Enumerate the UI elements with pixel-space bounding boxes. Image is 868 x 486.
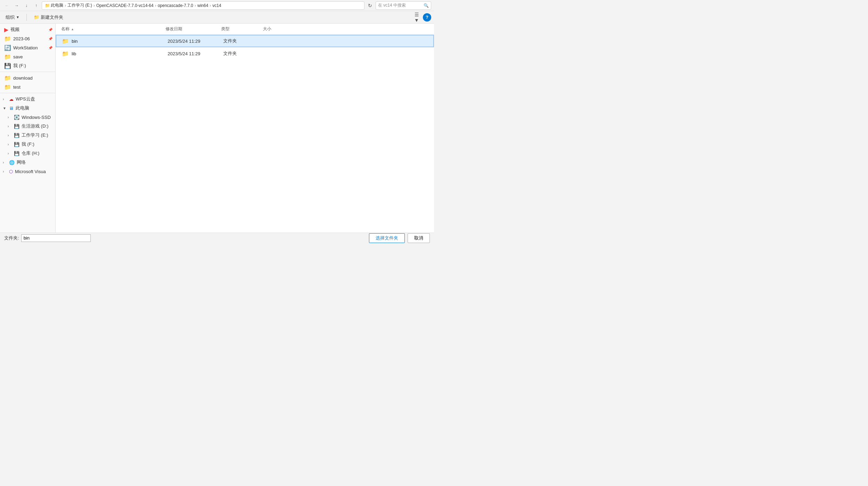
refresh-button[interactable]: ↻ bbox=[366, 1, 374, 10]
sidebar-label-thispc: 此电脑 bbox=[16, 105, 29, 111]
sidebar-label-work-e: 工作学习 (E:) bbox=[22, 132, 48, 138]
expand-arrow-network: › bbox=[3, 161, 7, 164]
expand-arrow-storage: › bbox=[8, 152, 12, 155]
game-drive-icon: 💾 bbox=[14, 124, 19, 129]
sidebar-item-windows-ssd[interactable]: › 💽 Windows-SSD bbox=[0, 113, 55, 122]
msvisual-icon: ⬡ bbox=[9, 169, 13, 174]
search-bar[interactable]: 在 vc14 中搜索 🔍 bbox=[376, 1, 431, 10]
video-icon: ▶ bbox=[4, 26, 8, 33]
folder-icon-bin: 📁 bbox=[62, 38, 69, 44]
sort-arrow-name: ▲ bbox=[71, 27, 74, 31]
table-row[interactable]: 📁 bin 2023/5/24 11:29 文件夹 bbox=[56, 35, 434, 47]
breadcrumb-item-1[interactable]: 工作学习 (E:) bbox=[67, 2, 92, 8]
expand-arrow-game: › bbox=[8, 124, 12, 128]
breadcrumb-item-5[interactable]: vc14 bbox=[212, 3, 221, 8]
sidebar-item-msvisual[interactable]: › ⬡ Microsoft Visua bbox=[0, 167, 55, 176]
folder-input[interactable] bbox=[21, 234, 91, 242]
sidebar-label-test: test bbox=[13, 84, 21, 90]
sidebar-item-2023-06[interactable]: 📁 2023-06 📌 bbox=[0, 34, 55, 43]
workstation-icon: 🔄 bbox=[4, 44, 11, 51]
sidebar-label-video: 视频 bbox=[10, 26, 19, 33]
sidebar-label-workstation: WorkStation bbox=[13, 45, 38, 50]
sidebar-label-me-drive: 我 (F:) bbox=[22, 141, 34, 147]
column-size[interactable]: 大小 bbox=[263, 26, 291, 32]
sidebar-label-wps: WPS云盘 bbox=[16, 96, 35, 102]
sidebar-item-work-e[interactable]: › 💾 工作学习 (E:) bbox=[0, 131, 55, 140]
sidebar-label-download: download bbox=[13, 75, 33, 81]
breadcrumb-item-4[interactable]: win64 bbox=[198, 3, 208, 8]
sidebar-item-game-d[interactable]: › 💾 生活游戏 (D:) bbox=[0, 122, 55, 131]
expand-arrow-windows: › bbox=[8, 115, 12, 119]
table-row[interactable]: 📁 lib 2023/5/24 11:29 文件夹 bbox=[56, 47, 434, 60]
sidebar-label-msvisual: Microsoft Visua bbox=[15, 169, 46, 174]
organize-button[interactable]: 组织 ▼ bbox=[3, 13, 22, 22]
breadcrumb-item-0[interactable]: 此电脑 bbox=[51, 2, 63, 8]
new-folder-label: 新建文件夹 bbox=[41, 14, 63, 21]
view-toggle-button[interactable]: ☰ ▼ bbox=[412, 13, 421, 22]
column-name[interactable]: 名称 ▲ bbox=[61, 26, 166, 32]
sidebar-item-network[interactable]: › 🌐 网络 bbox=[0, 158, 55, 167]
sidebar-item-thispc[interactable]: ▼ 🖥 此电脑 bbox=[0, 104, 55, 113]
sidebar-item-download[interactable]: 📁 download bbox=[0, 73, 55, 82]
select-folder-button[interactable]: 选择文件夹 bbox=[369, 233, 405, 243]
file-area: 名称 ▲ 修改日期 类型 大小 📁 bin 2023/5/24 11:29 文件… bbox=[56, 24, 434, 233]
breadcrumb-item-2[interactable]: OpenCASCADE-7.7.0-vc14-64 bbox=[96, 3, 154, 8]
column-date[interactable]: 修改日期 bbox=[166, 26, 221, 32]
sidebar: ▶ 视频 📌 📁 2023-06 📌 🔄 WorkStation 📌 📁 sav… bbox=[0, 24, 56, 233]
bottom-bar: 文件夹: 选择文件夹 取消 bbox=[0, 233, 434, 243]
new-folder-icon: 📁 bbox=[34, 15, 39, 20]
sidebar-divider-1 bbox=[0, 72, 55, 72]
pin-icon-video: 📌 bbox=[48, 28, 53, 32]
me-drive-icon: 💾 bbox=[14, 142, 19, 147]
sidebar-item-workstation[interactable]: 🔄 WorkStation 📌 bbox=[0, 43, 55, 52]
expand-arrow-thispc: ▼ bbox=[3, 106, 7, 110]
pin-icon-2023-06: 📌 bbox=[48, 37, 53, 41]
network-icon: 🌐 bbox=[9, 160, 15, 165]
folder-label-container: 文件夹: bbox=[4, 234, 91, 242]
pc-icon: 🖥 bbox=[9, 106, 14, 111]
folder-icon-download: 📁 bbox=[4, 75, 11, 81]
breadcrumb-item-3[interactable]: opencascade-7.7.0 bbox=[158, 3, 193, 8]
drive-icon-me-f: 💾 bbox=[4, 63, 11, 69]
pin-icon-workstation: 📌 bbox=[48, 46, 53, 50]
expand-arrow-msvisual: › bbox=[3, 170, 7, 173]
folder-icon-2023-06: 📁 bbox=[4, 35, 11, 42]
sidebar-item-me-f[interactable]: 💾 我 (F:) bbox=[0, 61, 55, 70]
expand-arrow-work: › bbox=[8, 133, 12, 137]
recent-button[interactable]: ↓ bbox=[22, 1, 31, 10]
work-drive-icon: 💾 bbox=[14, 133, 19, 138]
file-type-bin: 文件夹 bbox=[223, 38, 265, 44]
new-folder-button[interactable]: 📁 新建文件夹 bbox=[31, 13, 66, 22]
search-icon[interactable]: 🔍 bbox=[424, 3, 429, 8]
back-button[interactable]: ← bbox=[3, 1, 11, 10]
help-button[interactable]: ? bbox=[423, 13, 431, 22]
breadcrumb[interactable]: 📁 此电脑 › 工作学习 (E:) › OpenCASCADE-7.7.0-vc… bbox=[42, 1, 364, 10]
sidebar-item-test[interactable]: 📁 test bbox=[0, 82, 55, 91]
up-button[interactable]: ↑ bbox=[32, 1, 40, 10]
sidebar-label-2023-06: 2023-06 bbox=[13, 36, 30, 41]
windows-drive-icon: 💽 bbox=[14, 115, 19, 120]
sidebar-label-network: 网络 bbox=[17, 159, 26, 165]
sidebar-item-video[interactable]: ▶ 视频 📌 bbox=[0, 25, 55, 34]
sidebar-item-me-drive[interactable]: › 💾 我 (F:) bbox=[0, 140, 55, 149]
file-header: 名称 ▲ 修改日期 类型 大小 bbox=[56, 24, 434, 35]
cancel-button[interactable]: 取消 bbox=[408, 233, 430, 243]
folder-icon-lib: 📁 bbox=[62, 50, 69, 57]
sidebar-label-windows-ssd: Windows-SSD bbox=[22, 115, 51, 120]
sidebar-item-wps[interactable]: › ☁ WPS云盘 bbox=[0, 95, 55, 104]
storage-drive-icon: 💾 bbox=[14, 151, 19, 156]
folder-label-text: 文件夹: bbox=[4, 235, 19, 241]
expand-arrow-me: › bbox=[8, 143, 12, 146]
top-bar: ← → ↓ ↑ 📁 此电脑 › 工作学习 (E:) › OpenCASCADE-… bbox=[0, 0, 434, 11]
file-type-lib: 文件夹 bbox=[223, 50, 265, 57]
expand-arrow-wps: › bbox=[3, 97, 7, 101]
main-layout: ▶ 视频 📌 📁 2023-06 📌 🔄 WorkStation 📌 📁 sav… bbox=[0, 24, 434, 233]
organize-dropdown-icon: ▼ bbox=[16, 15, 19, 19]
column-type[interactable]: 类型 bbox=[221, 26, 263, 32]
sidebar-label-me-f: 我 (F:) bbox=[13, 63, 26, 69]
file-name-bin: bin bbox=[72, 39, 168, 44]
sidebar-item-storage-h[interactable]: › 💾 仓库 (H:) bbox=[0, 149, 55, 158]
forward-button[interactable]: → bbox=[13, 1, 21, 10]
sidebar-item-save[interactable]: 📁 save bbox=[0, 52, 55, 61]
wps-cloud-icon: ☁ bbox=[9, 97, 14, 102]
